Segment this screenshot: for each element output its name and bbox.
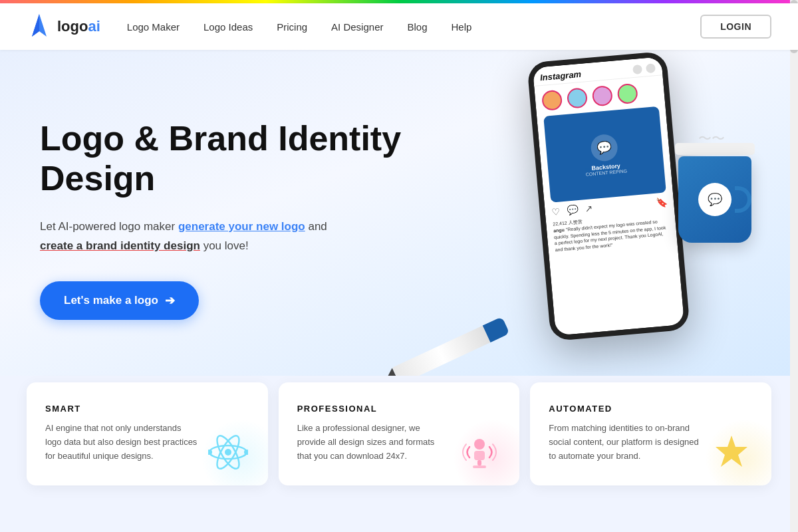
hero-section: Logo & Brand Identity Design Let AI-powe… (0, 50, 798, 376)
story-bubble-4 (616, 83, 638, 105)
cta-label: Let's make a logo (64, 294, 158, 307)
message-icon (646, 63, 656, 73)
cup-body: 💬 (678, 156, 751, 243)
svg-marker-12 (716, 436, 747, 467)
coffee-cup: 〜〜 💬 (672, 130, 758, 243)
nav-links: Logo Maker Logo Ideas Pricing AI Designe… (127, 21, 700, 33)
cup-logo: 💬 (698, 183, 732, 216)
story-bubble-3 (592, 85, 614, 107)
automated-icon (712, 432, 758, 479)
svg-rect-11 (473, 466, 486, 468)
marker-body (392, 326, 491, 376)
feature-card-smart: SMART AI engine that not only understand… (27, 382, 268, 485)
nav-pricing[interactable]: Pricing (277, 21, 307, 33)
navbar: logoai Logo Maker Logo Ideas Pricing AI … (0, 3, 798, 50)
hero-content: Logo & Brand Identity Design Let AI-powe… (40, 119, 406, 319)
hero-title: Logo & Brand Identity Design (40, 119, 406, 199)
story-bubble-2 (567, 87, 589, 109)
automated-label: AUTOMATED (549, 404, 753, 414)
cup-handle (735, 186, 751, 213)
smart-description: AI engine that not only understands logo… (45, 422, 198, 463)
share-icon: ↗ (585, 203, 593, 214)
instagram-icons (632, 63, 656, 74)
hero-link-brand[interactable]: create a brand identity design (40, 239, 200, 252)
feature-card-professional: PROFESSIONAL Like a professional designe… (279, 382, 520, 485)
logo-text: logoai (57, 18, 100, 35)
logo-icon (27, 13, 52, 41)
features-section: SMART AI engine that not only understand… (0, 382, 798, 485)
svg-point-5 (225, 449, 231, 456)
hero-link-generate[interactable]: generate your new logo (178, 220, 305, 233)
heart-icon (632, 64, 642, 74)
like-icon: ♡ (551, 205, 561, 217)
professional-label: PROFESSIONAL (297, 404, 501, 414)
svg-point-6 (244, 450, 248, 455)
feature-card-automated: AUTOMATED From matching identities to on… (530, 382, 771, 485)
comment-icon: 💬 (567, 204, 579, 215)
svg-point-7 (208, 450, 212, 455)
svg-marker-1 (32, 14, 39, 37)
smart-icon (208, 432, 255, 479)
svg-rect-10 (477, 460, 481, 466)
nav-help[interactable]: Help (452, 21, 472, 33)
smart-label: SMART (45, 404, 249, 414)
marker (381, 317, 509, 376)
login-button[interactable]: LOGIN (700, 15, 771, 39)
cta-arrow-icon: ➔ (165, 293, 175, 308)
nav-logo-ideas[interactable]: Logo Ideas (203, 21, 253, 33)
phone-mockup: Instagram 💬 Backstory CONTENT REPING ♡ 💬 (527, 51, 690, 342)
bookmark-icon: 🔖 (655, 196, 667, 207)
logo-link[interactable]: logoai (27, 13, 100, 41)
instagram-post: 💬 Backstory CONTENT REPING (543, 106, 666, 203)
nav-logo-maker[interactable]: Logo Maker (127, 21, 180, 33)
professional-description: Like a professional designer, we provide… (297, 422, 450, 463)
cup-lid (675, 143, 755, 155)
svg-point-8 (474, 439, 485, 450)
phone-screen: Instagram 💬 Backstory CONTENT REPING ♡ 💬 (533, 57, 684, 335)
automated-description: From matching identities to on-brand soc… (549, 422, 702, 463)
story-bubble-1 (541, 90, 563, 112)
nav-ai-designer[interactable]: AI Designer (331, 21, 383, 33)
nav-blog[interactable]: Blog (407, 21, 427, 33)
cta-button[interactable]: Let's make a logo ➔ (40, 281, 199, 320)
svg-rect-9 (474, 451, 485, 460)
professional-icon (460, 432, 506, 479)
hero-subtitle: Let AI-powered logo maker generate your … (40, 217, 406, 256)
post-logo: 💬 (590, 133, 618, 162)
